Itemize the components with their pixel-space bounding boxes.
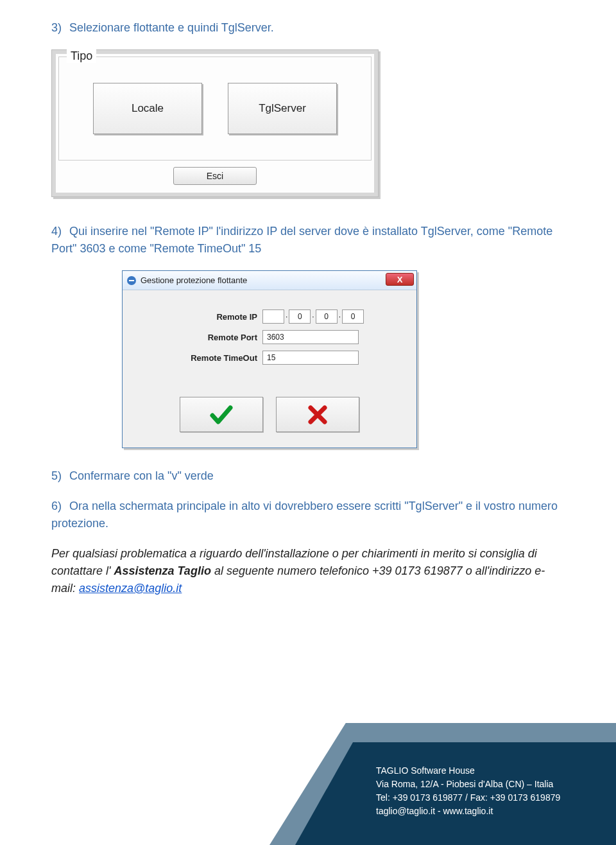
remote-port-field[interactable]: 3603	[262, 330, 359, 344]
locale-button[interactable]: Locale	[93, 83, 202, 134]
footer-company: TAGLIO Software House	[376, 764, 560, 778]
remote-timeout-label: Remote TimeOut	[180, 353, 257, 363]
footer: TAGLIO Software House Via Roma, 12/A - P…	[270, 723, 616, 845]
footer-address: Via Roma, 12/A - Piobesi d'Alba (CN) – I…	[376, 778, 560, 791]
dialog-gestione: Gestione protezione flottante X Remote I…	[122, 270, 417, 448]
ip-seg-1[interactable]	[262, 309, 284, 324]
remote-ip-field[interactable]: · · ·	[262, 309, 359, 324]
confirm-button[interactable]	[180, 397, 263, 432]
step-6: 6)Ora nella schermata principale in alto…	[51, 498, 565, 532]
cancel-button[interactable]	[276, 397, 359, 432]
footer-web: taglio@taglio.it - www.taglio.it	[376, 805, 560, 818]
close-button[interactable]: X	[386, 273, 414, 286]
titlebar-text: Gestione protezione flottante	[141, 275, 247, 285]
fieldset-legend: Tipo	[67, 49, 96, 63]
email-link[interactable]: assistenza@taglio.it	[79, 582, 182, 595]
tglserver-button[interactable]: TglServer	[228, 83, 337, 134]
remote-timeout-field[interactable]: 15	[262, 351, 359, 365]
dialog-tipo: Tipo Locale TglServer Esci	[51, 49, 379, 197]
x-icon	[306, 403, 329, 426]
step-3: 3)Selezionare flottante e quindi TglServ…	[51, 19, 565, 37]
app-icon	[126, 275, 137, 286]
check-icon	[209, 403, 234, 427]
step-5: 5)Confermare con la "v" verde	[51, 467, 565, 485]
ip-seg-2[interactable]	[289, 309, 311, 324]
titlebar: Gestione protezione flottante X	[123, 271, 416, 290]
esci-button[interactable]: Esci	[173, 167, 257, 185]
assistance-note: Per qualsiasi problematica a riguardo de…	[51, 545, 565, 597]
remote-ip-label: Remote IP	[180, 312, 257, 322]
svg-rect-1	[129, 280, 134, 281]
footer-phone: Tel: +39 0173 619877 / Fax: +39 0173 619…	[376, 791, 560, 805]
remote-port-label: Remote Port	[180, 333, 257, 342]
ip-seg-3[interactable]	[316, 309, 338, 324]
step-4: 4)Qui inserire nel "Remote IP" l'indiriz…	[51, 223, 565, 257]
close-icon: X	[397, 275, 403, 284]
ip-seg-4[interactable]	[342, 309, 364, 324]
fieldset-tipo: Tipo Locale TglServer	[58, 57, 372, 161]
